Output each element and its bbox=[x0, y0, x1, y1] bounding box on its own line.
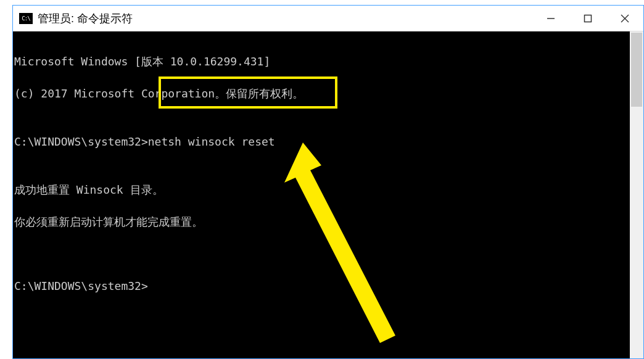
terminal-wrap: Microsoft Windows [版本 10.0.16299.431] (c… bbox=[13, 31, 643, 358]
prompt-path: C:\WINDOWS\system32> bbox=[14, 135, 148, 148]
result-line-2: 你必须重新启动计算机才能完成重置。 bbox=[14, 214, 629, 230]
cmd-icon: C:\ bbox=[19, 13, 33, 24]
maximize-button[interactable] bbox=[569, 6, 606, 31]
minimize-button[interactable] bbox=[532, 6, 569, 31]
command-text: netsh winsock reset bbox=[148, 135, 275, 148]
svg-marker-4 bbox=[284, 142, 395, 343]
titlebar[interactable]: C:\ 管理员: 命令提示符 bbox=[13, 6, 643, 31]
result-line-1: 成功地重置 Winsock 目录。 bbox=[14, 182, 629, 198]
svg-rect-1 bbox=[585, 15, 592, 22]
cmd-window: C:\ 管理员: 命令提示符 Microsoft Windows [版本 10.… bbox=[12, 5, 644, 359]
prompt-line-1: C:\WINDOWS\system32>netsh winsock reset bbox=[14, 134, 629, 150]
copyright-line: (c) 2017 Microsoft Corporation。保留所有权利。 bbox=[14, 86, 629, 102]
window-title: 管理员: 命令提示符 bbox=[38, 11, 133, 26]
version-line: Microsoft Windows [版本 10.0.16299.431] bbox=[14, 54, 629, 70]
prompt-line-2: C:\WINDOWS\system32> bbox=[14, 278, 629, 294]
window-controls bbox=[532, 6, 643, 31]
scrollbar-thumb[interactable] bbox=[631, 33, 642, 107]
title-left: C:\ 管理员: 命令提示符 bbox=[19, 11, 133, 26]
terminal-output[interactable]: Microsoft Windows [版本 10.0.16299.431] (c… bbox=[13, 31, 630, 358]
close-button[interactable] bbox=[606, 6, 643, 31]
vertical-scrollbar[interactable] bbox=[630, 31, 643, 358]
